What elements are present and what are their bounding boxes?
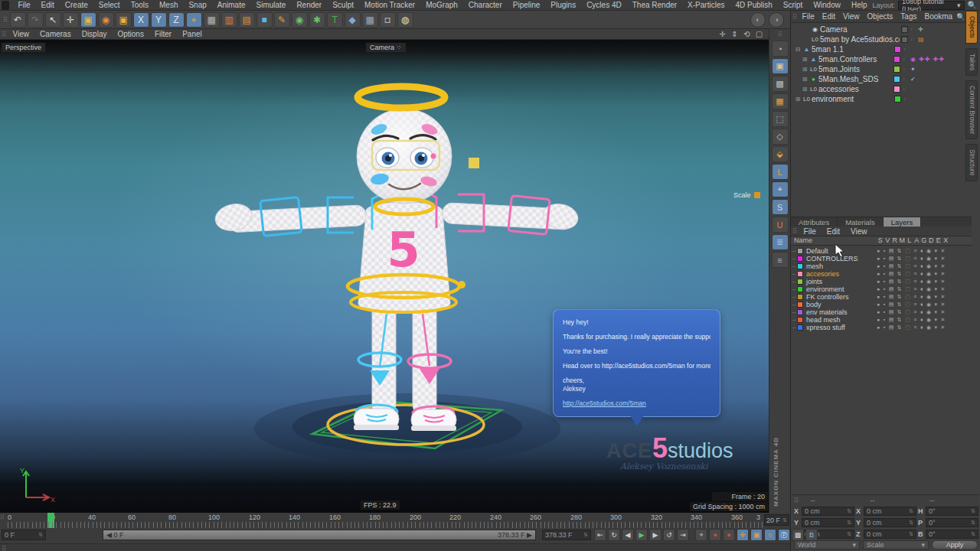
tab-materials[interactable]: Materials	[838, 217, 884, 227]
coord-field[interactable]: 0 cm⇅	[864, 518, 916, 527]
viewport-canvas[interactable]: 5	[0, 40, 769, 513]
om-menu-item[interactable]: View	[839, 12, 864, 21]
timeline-ticks[interactable]	[8, 522, 763, 528]
record-button[interactable]: B	[805, 529, 818, 541]
mode-icon[interactable]: ▦	[772, 93, 789, 109]
layer-name[interactable]: body	[806, 301, 822, 308]
toolbar-icon[interactable]: ▣	[80, 12, 96, 28]
layer-name[interactable]: head mesh	[806, 316, 841, 324]
viewport-label[interactable]: Perspective	[2, 43, 45, 52]
layer-row[interactable]: ─ environment ●▪▤⇅⬚≡♦◉▾✕	[791, 285, 972, 293]
visibility-dots[interactable]: ∶	[900, 77, 908, 83]
layer-toggle-icons[interactable]: ●▪▤⇅⬚≡♦◉▾✕	[877, 309, 949, 315]
object-tree-row[interactable]: ⊟ ▲ 5man 1.1 ∶	[791, 44, 980, 54]
expander-icon[interactable]: ⊞	[801, 76, 808, 83]
toolbar-icon[interactable]: ◉	[98, 12, 114, 28]
viewport-menu-item[interactable]: Filter	[149, 30, 177, 38]
layer-toggle-icons[interactable]: ●▪▤⇅⬚≡♦◉▾✕	[877, 248, 949, 254]
range-end-field[interactable]: 378.33 F⇅	[542, 530, 591, 540]
layer-row[interactable]: ─ FK controllers ●▪▤⇅⬚≡♦◉▾✕	[791, 293, 972, 301]
visibility-dots[interactable]: ∶	[900, 57, 908, 63]
layer-toggle-icons[interactable]: ●▪▤⇅⬚≡♦◉▾✕	[877, 256, 949, 262]
mode-toolbar-handle[interactable]: ⠿	[778, 29, 782, 40]
menubar-item[interactable]: Script	[778, 1, 808, 9]
toolbar-icon[interactable]: ↶	[10, 12, 26, 28]
expander-icon[interactable]: ⊞	[801, 86, 808, 93]
object-tree-row[interactable]: L0 5man by Ace5studios.com ▨ ∶ ▤	[791, 34, 980, 44]
transform-mode-select[interactable]: Scale▾	[863, 540, 929, 549]
transport-button[interactable]: ⇤	[594, 529, 606, 541]
object-label[interactable]: environment	[812, 95, 893, 103]
record-button[interactable]: ○	[764, 529, 776, 541]
coordinate-system-select[interactable]: World▾	[794, 540, 860, 549]
record-button[interactable]: ●	[723, 529, 735, 541]
toolbar-icon[interactable]: X	[133, 12, 149, 28]
object-tree-row[interactable]: ⊞ ● 5Man.Mesh_SDS ∶ ✓	[791, 74, 980, 84]
menubar-item[interactable]: Plugins	[545, 1, 581, 9]
mode-icon[interactable]: ≣	[772, 234, 789, 250]
coord-field[interactable]: 0°⇅	[926, 507, 978, 516]
menubar-item[interactable]: Sculpt	[327, 1, 359, 9]
object-tags[interactable]: ✛	[918, 26, 924, 33]
layer-name[interactable]: mesh	[806, 262, 823, 270]
stepper-icon[interactable]: ⇅	[782, 517, 787, 523]
toolbar-icon[interactable]: ▥	[221, 12, 237, 28]
toolbar-icon[interactable]: ⌖	[186, 12, 202, 28]
viewport-menu-item[interactable]: Cameras	[34, 30, 77, 38]
expander-icon[interactable]: ⊞	[801, 56, 808, 63]
om-menu-item[interactable]: Objects	[863, 12, 897, 21]
coord-field[interactable]: 0 cm⇅	[864, 507, 916, 516]
toolbar-icon[interactable]: T	[327, 12, 343, 28]
om-handle[interactable]: ⠿	[791, 13, 799, 21]
menubar-item[interactable]: Tools	[126, 1, 154, 9]
layers-menu-item[interactable]: View	[845, 227, 873, 236]
tab-attributes[interactable]: Attributes	[791, 217, 838, 227]
visibility-dots[interactable]: ∶	[900, 86, 908, 93]
layer-swatch[interactable]	[893, 86, 900, 93]
expander-icon[interactable]: ⊞	[801, 66, 808, 73]
menubar-item[interactable]: Render	[291, 1, 327, 9]
layer-name[interactable]: accesories	[806, 270, 839, 278]
object-label[interactable]: accessories	[818, 85, 892, 93]
viewport-nav-icon[interactable]: ⇕	[730, 30, 740, 38]
layer-name[interactable]: CONTROLLERS	[806, 255, 858, 262]
layer-name[interactable]: env materials	[806, 308, 848, 316]
viewport-nav-icon[interactable]: ✛	[717, 30, 727, 38]
coords-handle[interactable]: ⠿	[792, 497, 800, 504]
mode-icon[interactable]: ◇	[772, 129, 789, 145]
layer-toggle-icons[interactable]: ●▪▤⇅⬚≡♦◉▾✕	[877, 294, 949, 300]
toolbar-icon[interactable]: ▦	[204, 12, 220, 28]
stepper-icon[interactable]: ⇅	[909, 531, 913, 537]
transport-button[interactable]: ↻	[608, 529, 620, 541]
mode-icon[interactable]: S	[772, 199, 789, 215]
visibility-dots[interactable]: ∶	[901, 96, 909, 103]
mode-icon[interactable]: ≡	[772, 252, 789, 268]
mode-icon[interactable]: ⬚	[772, 111, 789, 127]
menubar-item[interactable]: 4D Publish	[730, 1, 777, 9]
viewport-nav-icon[interactable]: ⟲	[742, 30, 752, 38]
layer-row[interactable]: ─ joints ●▪▤⇅⬚≡♦◉▾✕	[791, 278, 972, 285]
stepper-icon[interactable]: ⇅	[971, 508, 975, 514]
transport-button[interactable]: ↺	[663, 529, 675, 541]
layer-row[interactable]: ─ CONTROLLERS ●▪▤⇅⬚≡♦◉▾✕	[791, 255, 972, 262]
stepper-icon[interactable]: ⇅	[909, 508, 913, 514]
search-icon[interactable]: 🔍	[968, 1, 977, 9]
layer-toggle-icons[interactable]: ●▪▤⇅⬚≡♦◉▾✕	[877, 317, 949, 323]
coord-field[interactable]: 0 cm⇅	[802, 518, 854, 527]
toolbar-icon[interactable]: ◍	[397, 12, 413, 28]
record-button[interactable]: ✦	[695, 529, 707, 541]
layer-swatch[interactable]	[894, 46, 901, 53]
layer-swatch[interactable]: ▨	[901, 26, 908, 33]
layer-color-swatch[interactable]	[797, 302, 803, 308]
viewport-menu-item[interactable]: View	[8, 30, 35, 38]
toolbar-icon[interactable]: ■	[256, 12, 273, 28]
timeline-ruler[interactable]: 0204060801001201401601802002202402602803…	[8, 513, 763, 522]
record-button[interactable]: ✛	[737, 529, 749, 541]
visibility-dots[interactable]: ∶	[908, 37, 916, 43]
layer-row[interactable]: ─ xpresso stuff ●▪▤⇅⬚≡♦◉▾✕	[791, 324, 972, 331]
menubar-item[interactable]: Animate	[212, 1, 251, 9]
record-button[interactable]: ▩	[792, 529, 804, 541]
object-label[interactable]: 5man by Ace5studios.com	[820, 35, 900, 44]
panel-side-tab[interactable]: Objects	[965, 11, 978, 44]
object-label[interactable]: 5Man.Mesh_SDS	[818, 75, 892, 83]
